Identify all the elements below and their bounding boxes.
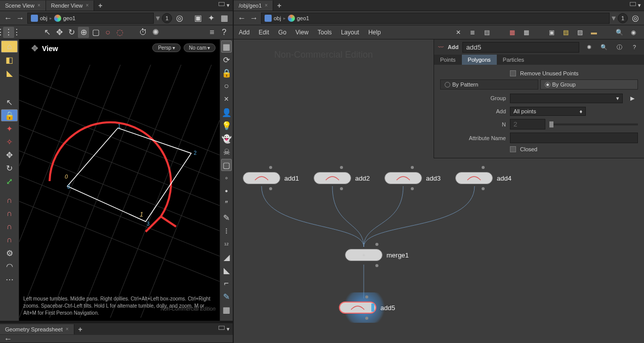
rtool-num[interactable]: 12 [221,238,232,250]
minimize-icon[interactable] [630,2,636,6]
rotate-icon[interactable]: ↻ [66,27,77,38]
back-button[interactable]: ← [3,13,13,23]
node-add2[interactable]: add2 [314,172,370,184]
closed-checkbox[interactable] [510,146,516,152]
minimize-icon[interactable] [219,326,225,330]
dropdown-icon[interactable]: ▾ [156,13,160,23]
circle-icon[interactable]: ○ [102,27,113,38]
info-icon[interactable]: ⓘ [614,41,625,53]
rtool-16[interactable]: ◢ [221,251,232,263]
rtool-9[interactable]: ☠ [221,146,232,158]
tool-move[interactable]: ✥ [1,149,18,161]
attr-input[interactable] [510,133,638,143]
by-pattern-radio[interactable]: By Pattern [440,79,538,90]
rtool-14[interactable]: ✎ [221,211,232,224]
info-icon[interactable]: ◉ [628,27,639,38]
menu-edit[interactable]: Edit [259,29,269,36]
rtool-5[interactable]: × [221,93,232,105]
target-icon[interactable]: ◎ [174,13,185,24]
filter-icon[interactable]: ≡ [206,27,218,38]
clock-icon[interactable]: ⏱ [138,27,149,38]
node-graph[interactable]: Geometry Non-Commercial Edition add1 add… [234,39,644,343]
select-icon[interactable]: ↖ [41,27,53,38]
grid-icon[interactable]: ▦ [219,13,230,24]
tool-more[interactable]: ⋯ [1,273,18,285]
align-icon[interactable]: ▤ [481,27,492,38]
tool-lock[interactable]: 🔒 [1,109,18,121]
rtool-7[interactable]: 💡 [221,119,232,132]
menu-icon[interactable]: ▾ [638,2,641,9]
rtool-8[interactable]: 👻 [221,133,232,145]
menu-help[interactable]: Help [368,29,381,36]
menu-icon[interactable]: ▾ [227,2,230,9]
light-icon[interactable]: ✦ [205,13,217,24]
tab-render-view[interactable]: Render View × [46,1,95,11]
add-tab-button[interactable]: + [94,1,106,11]
rtool-4[interactable]: ○ [221,80,232,92]
tool-gear[interactable]: ⚙ [1,247,18,259]
forward-button[interactable]: → [15,13,25,23]
remove-unused-checkbox[interactable] [510,70,516,76]
close-icon[interactable]: × [265,3,268,8]
help-icon[interactable]: ? [219,27,230,38]
back-button[interactable]: ← [237,13,247,23]
rtool-12[interactable]: • [221,185,232,197]
rtool-17[interactable]: ◣ [221,264,232,276]
n-slider[interactable] [549,123,638,125]
gear-icon[interactable]: ✺ [150,27,161,38]
tool-star2[interactable]: ✧ [1,136,18,148]
tool-magnet2[interactable]: ∩ [1,207,18,220]
tool-magnet4[interactable]: ∩ [1,234,18,246]
dash-icon[interactable]: ◌ [114,27,125,38]
tool-cube[interactable]: ◧ [1,54,18,66]
path-bar[interactable]: obj ▸ geo1 [27,13,154,24]
nav-number[interactable]: 1 [618,13,628,23]
menu-icon[interactable]: ▾ [227,326,230,332]
tab-particles[interactable]: Particles [497,55,530,65]
cam-dropdown[interactable]: No cam▾ [184,44,216,52]
menu-tools[interactable]: Tools [318,29,332,36]
rtool-15[interactable]: ⁝ [221,225,232,237]
tool-scale[interactable]: ⤢ [1,175,18,187]
window-icon[interactable]: ▣ [546,27,557,38]
rtool-6[interactable]: 👤 [221,106,232,118]
search-icon[interactable]: 🔍 [614,27,625,38]
tool-magnet3[interactable]: ∩ [1,221,18,233]
rtool-3[interactable]: 🔒 [221,67,232,79]
by-group-radio[interactable]: By Group [540,79,638,90]
n-input[interactable] [510,119,545,130]
add-tab-button[interactable]: + [74,324,87,334]
node-add1[interactable]: add1 [243,172,299,184]
persp-dropdown[interactable]: Persp▾ [152,44,180,52]
nav-number[interactable]: 1 [162,13,172,23]
help-icon[interactable]: ? [629,41,640,53]
add-dropdown[interactable]: All points♦ [510,107,586,116]
menu-go[interactable]: Go [278,29,286,36]
node-name-input[interactable] [462,42,579,53]
rtool-2[interactable]: ⟳ [221,54,232,66]
rtool-19[interactable]: ✎ [221,290,232,303]
picker-icon[interactable]: ▶ [627,93,638,104]
tab-scene-view[interactable]: Scene View × [0,1,46,11]
tab-geo-spreadsheet[interactable]: Geometry Spreadsheet × [0,324,74,334]
close-icon[interactable]: × [86,3,89,8]
grid2-icon[interactable]: ▦ [521,27,532,38]
node-add4[interactable]: add4 [455,172,511,184]
image-icon[interactable]: ▨ [574,27,585,38]
node-merge1[interactable]: ✦ merge1 [345,249,409,261]
viewport-3d[interactable]: 0 0 1 2 3 1 ✥ View Persp▾ No cam▾ Non-Co… [19,39,220,321]
close-icon[interactable]: × [37,3,40,8]
dropdown-icon[interactable]: ▾ [612,13,616,23]
search-icon[interactable]: 🔍 [598,41,610,53]
folder-icon[interactable]: ▬ [588,27,599,38]
tab-polygons[interactable]: Polygons [462,55,497,65]
forward-button[interactable]: → [249,13,259,23]
close-icon[interactable]: × [66,326,69,332]
tool-arrow[interactable]: ↖ [1,96,18,108]
wrench-icon[interactable]: ✕ [453,27,464,38]
list-icon[interactable]: ≣ [467,27,478,38]
note-icon[interactable]: ▤ [560,27,571,38]
tool-star1[interactable]: ✦ [1,122,18,135]
tool-magnet1[interactable]: ∩ [1,194,18,206]
cube-icon[interactable]: ▣ [192,13,203,24]
